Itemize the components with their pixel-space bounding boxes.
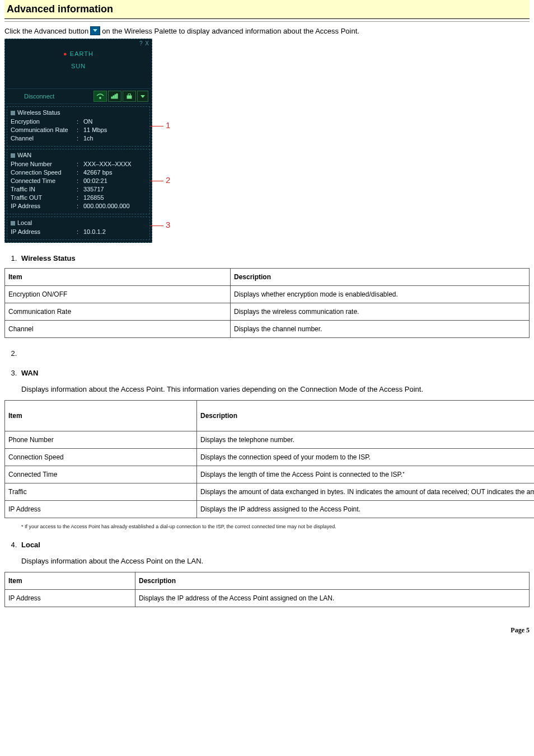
callout-2-num: 2 [166,175,170,185]
palette-container: ? X ● EARTH SUN Disconnect Wireless Stat… [4,39,172,243]
table-cell-desc: Displays the channel number. [231,321,530,338]
table-row: Traffic Displays the amount of data exch… [5,483,535,501]
wan-footnote: * If your access to the Access Point has… [21,524,530,529]
table-cell-item: Channel [5,321,231,338]
wireless-status-table: Item Description Encryption ON/OFF Displ… [4,268,530,338]
callout-3-num: 3 [166,220,170,229]
pal-row-label: Connected Time [11,177,77,185]
wan-table: Item Description Phone Number Displays t… [4,400,534,518]
palette-toolbar: Disconnect [5,88,152,104]
table-header-item: Item [5,572,135,590]
palette-dropdown-icon[interactable] [137,91,148,102]
section-wireless-status: Wireless Status Item Description Encrypt… [19,254,530,338]
table-cell-desc: Displays the IP address assigned to the … [197,501,535,518]
intro-pre: Click the Advanced button [4,27,88,35]
table-header-desc: Description [197,401,535,431]
pal-row-value: 11 Mbps [83,126,146,134]
svg-rect-2 [113,96,114,98]
svg-rect-4 [116,93,118,98]
table-header-desc: Description [231,269,530,286]
section-local: Local Displays information about the Acc… [19,541,530,607]
table-cell-item: IP Address [5,501,197,518]
table-row: Connection Speed Displays the connection… [5,449,535,466]
table-header-item: Item [5,269,231,286]
pal-row-label: IP Address [11,228,77,236]
table-row: Encryption ON/OFF Displays whether encry… [5,286,530,303]
table-cell-item: IP Address [5,590,135,607]
intro-post: on the Wireless Palette to display advan… [102,27,359,35]
section-heading: Wireless Status [21,254,76,262]
section-heading: Local [21,541,40,549]
pal-row-label: Encryption [11,118,77,126]
pal-row-value: 000.000.000.000 [83,202,146,210]
advanced-button-icon [90,26,100,35]
pal-row-value: 00:02:21 [83,177,146,185]
svg-rect-5 [127,96,132,98]
palette-window-controls[interactable]: ? X [139,40,149,46]
table-cell-item: Traffic [5,483,197,501]
palette-header: ? X ● EARTH SUN [5,39,152,88]
table-cell-desc: Displays the amount of data exchanged in… [197,483,535,501]
pal-row-value: 126855 [83,194,146,202]
page-number: Page 5 [4,626,530,635]
table-cell-item: Connected Time [5,466,197,483]
table-row: Connected Time Displays the length of ti… [5,466,535,483]
palette-section-wan: WAN Phone Number:XXX–XXX–XXXX Connection… [7,149,150,214]
title-rule [4,21,530,22]
table-row: IP Address Displays the IP address of th… [5,590,530,607]
wifi-icon[interactable] [93,91,107,102]
table-cell-desc-text: Displays the length of time the Access P… [200,471,402,478]
svg-point-0 [100,97,101,99]
lock-icon[interactable] [123,91,136,102]
table-cell-desc: Displays the telephone number. [197,431,535,449]
local-table: Item Description IP Address Displays the… [4,572,530,607]
pal-row-label: Channel [11,134,77,143]
palette-name-primary-text: EARTH [70,50,93,57]
svg-rect-3 [115,95,116,98]
table-cell-desc: Displays the IP address of the Access Po… [135,590,530,607]
table-header-item: Item [5,401,197,431]
section-blank [19,349,530,358]
pal-row-value: 1ch [83,134,146,143]
signal-icon[interactable] [108,91,121,102]
palette-section-wireless: Wireless Status Encryption:ON Communicat… [7,106,150,147]
table-cell-item: Phone Number [5,431,197,449]
table-cell-desc: Displays the connection speed of your mo… [197,449,535,466]
table-row: Phone Number Displays the telephone numb… [5,431,535,449]
palette-section-local: Local IP Address:10.0.1.2 [7,217,150,240]
table-row: Channel Displays the channel number. [5,321,530,338]
page-number-text: Page 5 [510,626,530,634]
palette-section-wan-title: WAN [11,152,146,158]
pal-row-label: Traffic IN [11,185,77,194]
palette-section-local-title: Local [11,219,146,226]
pal-row-value: ON [83,118,146,126]
pal-row-value: 335717 [83,185,146,194]
section-list: Wireless Status Item Description Encrypt… [13,254,530,607]
pal-row-label: Connection Speed [11,168,77,177]
table-cell-desc: Displays the length of time the Access P… [197,466,535,483]
section-wan: WAN Displays information about the Acces… [19,369,530,529]
page-title: Advanced information [4,0,530,19]
pal-row-label: Communication Rate [11,126,77,134]
pal-row-label: Traffic OUT [11,194,77,202]
table-row: Communication Rate Displays the wireless… [5,303,530,321]
svg-rect-1 [111,97,113,98]
pal-row-value: 42667 bps [83,168,146,177]
palette-name-secondary: SUN [5,63,152,69]
section-subtext: Displays information about the Access Po… [21,385,530,393]
table-row: IP Address Displays the IP address assig… [5,501,535,518]
table-header-desc: Description [135,572,530,590]
disconnect-button[interactable]: Disconnect [8,93,92,100]
palette-name-primary: ● EARTH [5,50,152,57]
callout-1-num: 1 [166,120,170,130]
table-cell-item: Communication Rate [5,303,231,321]
pal-row-label: IP Address [11,202,77,210]
section-subtext: Displays information about the Access Po… [21,557,530,565]
section-heading: WAN [21,369,38,377]
table-cell-desc: Displays whether encryption mode is enab… [231,286,530,303]
table-cell-desc: Displays the wireless communication rate… [231,303,530,321]
table-cell-item: Encryption ON/OFF [5,286,231,303]
pal-row-value: XXX–XXX–XXXX [83,160,146,168]
intro-text: Click the Advanced button on the Wireles… [4,26,530,35]
palette-section-wireless-title: Wireless Status [11,109,146,116]
